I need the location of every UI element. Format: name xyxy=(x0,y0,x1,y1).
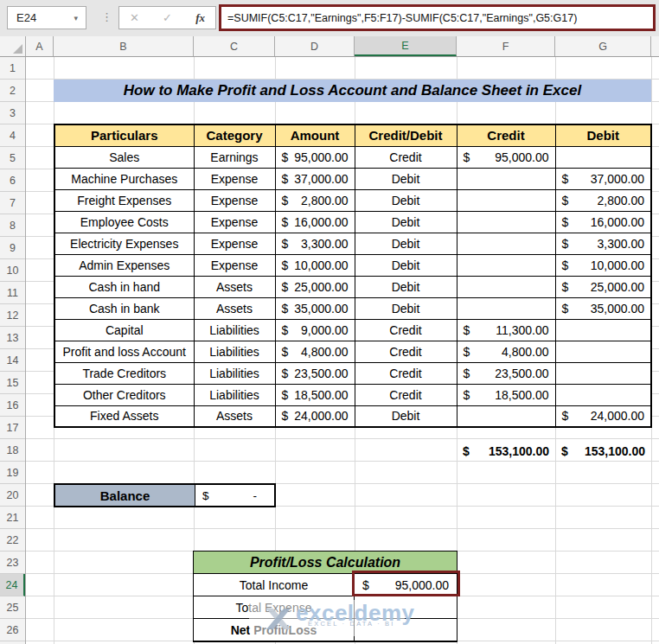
cell-credit-debit[interactable]: Debit xyxy=(355,297,457,319)
row-header-16[interactable]: 16 xyxy=(0,394,25,417)
row-header-10[interactable]: 10 xyxy=(0,259,25,282)
cell-credit-debit[interactable]: Credit xyxy=(355,341,457,362)
cell-credit[interactable] xyxy=(457,233,555,254)
row-header-17[interactable]: 17 xyxy=(0,417,25,439)
credit-total-cell[interactable]: $ 153,100.00 xyxy=(457,440,555,462)
pl-label-cell[interactable]: Total Income xyxy=(194,574,355,596)
row-header-22[interactable]: 22 xyxy=(0,529,25,552)
select-all-button[interactable] xyxy=(0,36,26,56)
cell-credit[interactable] xyxy=(457,211,555,233)
row-header-2[interactable]: 2 xyxy=(0,80,25,102)
cell-credit[interactable] xyxy=(457,405,555,427)
cell-amount[interactable]: $18,500.00 xyxy=(275,384,355,405)
cell-amount[interactable]: $4,800.00 xyxy=(275,341,355,362)
row-header-8[interactable]: 8 xyxy=(0,214,25,237)
column-header-e-selected[interactable]: E xyxy=(355,36,457,56)
cell-category[interactable]: Liabilities xyxy=(194,341,275,362)
row-header-13[interactable]: 13 xyxy=(0,327,25,349)
cell-particulars[interactable]: Electricity Expenses xyxy=(54,233,194,254)
cell-credit[interactable]: $4,800.00 xyxy=(457,341,555,362)
cell-debit[interactable]: $3,300.00 xyxy=(555,233,651,254)
cell-debit[interactable] xyxy=(555,319,651,341)
cell-credit[interactable]: $95,000.00 xyxy=(457,146,555,168)
row-header-20[interactable]: 20 xyxy=(0,484,25,507)
cell-category[interactable]: Assets xyxy=(194,276,275,297)
cell-category[interactable]: Expense xyxy=(194,168,275,189)
header-category[interactable]: Category xyxy=(194,124,275,146)
cell-particulars[interactable]: Cash in bank xyxy=(54,297,194,319)
cell-amount[interactable]: $37,000.00 xyxy=(275,168,355,189)
cell-credit[interactable]: $18,500.00 xyxy=(457,384,555,405)
row-header-12[interactable]: 12 xyxy=(0,304,25,327)
cell-debit[interactable]: $10,000.00 xyxy=(555,254,651,276)
cell-debit[interactable] xyxy=(555,384,651,405)
cell-debit[interactable]: $25,000.00 xyxy=(555,276,651,297)
row-header-14[interactable]: 14 xyxy=(0,349,25,372)
cell-particulars[interactable]: Cash in hand xyxy=(54,276,194,297)
cell-amount[interactable]: $3,300.00 xyxy=(275,233,355,254)
cell-credit[interactable]: $11,300.00 xyxy=(457,319,555,341)
cell-category[interactable]: Liabilities xyxy=(194,362,275,384)
header-amount[interactable]: Amount xyxy=(275,124,355,146)
formula-input[interactable]: =SUMIF(C5:C17,"Earnings",F5:F17)-SUMIF(C… xyxy=(219,4,656,31)
row-header-15[interactable]: 15 xyxy=(0,372,25,394)
cell-amount[interactable]: $95,000.00 xyxy=(275,146,355,168)
cell-category[interactable]: Expense xyxy=(194,189,275,211)
cell-particulars[interactable]: Capital xyxy=(54,319,194,341)
row-header-25[interactable]: 25 xyxy=(0,596,25,619)
cell-debit[interactable] xyxy=(555,341,651,362)
cell-category[interactable]: Assets xyxy=(194,297,275,319)
name-box[interactable]: E24 ▾ xyxy=(7,6,86,29)
row-header-11[interactable]: 11 xyxy=(0,282,25,304)
cell-credit-debit[interactable]: Debit xyxy=(355,168,457,189)
cell-credit[interactable] xyxy=(457,189,555,211)
cell-category[interactable]: Expense xyxy=(194,233,275,254)
row-header-3[interactable]: 3 xyxy=(0,102,25,124)
cell-debit[interactable]: $37,000.00 xyxy=(555,168,651,189)
row-header-21[interactable]: 21 xyxy=(0,507,25,529)
cell-debit[interactable]: $24,000.00 xyxy=(555,405,651,427)
cell-credit-debit[interactable]: Credit xyxy=(355,319,457,341)
balance-value-cell[interactable]: $ - xyxy=(195,485,274,506)
cell-credit[interactable] xyxy=(457,168,555,189)
cell-credit-debit[interactable]: Debit xyxy=(355,254,457,276)
cell-category[interactable]: Liabilities xyxy=(194,384,275,405)
row-header-4[interactable]: 4 xyxy=(0,124,25,147)
cell-particulars[interactable]: Sales xyxy=(54,146,194,168)
cell-credit-debit[interactable]: Debit xyxy=(355,189,457,211)
cell-category[interactable]: Assets xyxy=(194,405,275,427)
cell-credit-debit[interactable]: Debit xyxy=(355,211,457,233)
cell-category[interactable]: Expense xyxy=(194,211,275,233)
enter-icon[interactable]: ✓ xyxy=(163,11,172,24)
cell-amount[interactable]: $35,000.00 xyxy=(275,297,355,319)
cancel-icon[interactable]: ✕ xyxy=(130,11,139,24)
row-header-18[interactable]: 18 xyxy=(0,439,25,462)
cell-credit[interactable] xyxy=(457,276,555,297)
cell-debit[interactable]: $16,000.00 xyxy=(555,211,651,233)
cell-amount[interactable]: $24,000.00 xyxy=(275,405,355,427)
column-header-b[interactable]: B xyxy=(54,36,194,56)
cell-particulars[interactable]: Profit and loss Account xyxy=(54,341,194,362)
header-credit-debit[interactable]: Credit/Debit xyxy=(355,124,457,146)
pl-header-cell[interactable]: Profit/Loss Calculation xyxy=(194,552,457,574)
column-header-g[interactable]: G xyxy=(555,36,651,56)
row-header-5[interactable]: 5 xyxy=(0,147,25,169)
cell-debit[interactable] xyxy=(555,146,651,168)
name-box-dropdown-icon[interactable]: ▾ xyxy=(74,14,86,22)
row-header-24-selected[interactable]: 24 xyxy=(0,574,25,596)
sheet-title-cell[interactable]: How to Make Profit and Loss Account and … xyxy=(54,80,651,102)
column-header-f[interactable]: F xyxy=(457,36,555,56)
cell-particulars[interactable]: Machine Purchases xyxy=(54,168,194,189)
cell-amount[interactable]: $10,000.00 xyxy=(275,254,355,276)
cell-credit[interactable] xyxy=(457,254,555,276)
cell-particulars[interactable]: Employee Costs xyxy=(54,211,194,233)
row-header-9[interactable]: 9 xyxy=(0,237,25,259)
debit-total-cell[interactable]: $ 153,100.00 xyxy=(555,440,651,462)
column-header-a[interactable]: A xyxy=(26,36,54,56)
cell-amount[interactable]: $25,000.00 xyxy=(275,276,355,297)
cell-particulars[interactable]: Fixed Assets xyxy=(54,405,194,427)
row-header-26[interactable]: 26 xyxy=(0,619,25,641)
cell-particulars[interactable]: Admin Expenses xyxy=(54,254,194,276)
balance-label-cell[interactable]: Balance xyxy=(55,485,195,506)
row-header-6[interactable]: 6 xyxy=(0,169,25,192)
